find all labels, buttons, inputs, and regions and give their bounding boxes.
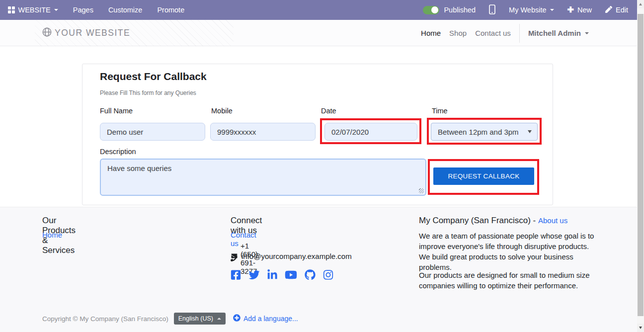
pencil-icon xyxy=(605,6,612,14)
email-address: info@yourcompany.example.com xyxy=(242,252,352,260)
form-subtitle: Please Fill This form for any Queries xyxy=(100,89,196,96)
globe-icon xyxy=(42,27,52,39)
company-name: My Company (San Francisco) xyxy=(419,216,531,225)
caret-down-icon xyxy=(54,9,58,11)
full-name-input[interactable] xyxy=(100,123,205,141)
copyright-row: Copyright © My Company (San Francisco) E… xyxy=(42,313,298,325)
select-arrow-icon xyxy=(528,130,532,133)
about-paragraph-2: Our products are designed for small to m… xyxy=(419,270,596,291)
mobile-label: Mobile xyxy=(211,107,233,115)
add-language-label: Add a language... xyxy=(243,315,298,323)
website-menu-label: WEBSITE xyxy=(18,6,51,14)
vertical-scrollbar[interactable] xyxy=(637,0,644,332)
date-label: Date xyxy=(321,107,336,115)
website-menu[interactable]: WEBSITE xyxy=(8,6,58,14)
youtube-icon[interactable] xyxy=(285,269,297,282)
mobile-preview-icon[interactable] xyxy=(489,4,495,16)
customize-menu[interactable]: Customize xyxy=(108,6,143,14)
edit-button[interactable]: Edit xyxy=(605,6,628,14)
scroll-up-icon[interactable] xyxy=(637,0,644,8)
plus-icon: ✚ xyxy=(567,6,574,14)
plus-circle-icon xyxy=(233,314,241,323)
add-language-link[interactable]: Add a language... xyxy=(233,314,298,323)
date-input[interactable] xyxy=(324,123,417,141)
full-name-label: Full Name xyxy=(100,107,133,115)
mobile-input[interactable] xyxy=(210,123,316,141)
facebook-icon[interactable] xyxy=(231,269,241,282)
site-logo[interactable]: YOUR WEBSITE xyxy=(42,20,130,46)
twitter-icon[interactable] xyxy=(248,269,260,282)
caret-up-icon xyxy=(217,318,221,320)
language-label: English (US) xyxy=(178,315,213,322)
language-selector[interactable]: English (US) xyxy=(174,313,226,325)
copyright-text: Copyright © My Company (San Francisco) xyxy=(42,315,168,323)
my-website-menu[interactable]: My Website xyxy=(509,6,554,14)
site-footer: Our Products & Services Home Connect wit… xyxy=(0,207,637,332)
website-editor-topbar: WEBSITE Pages Customize Promote Publishe… xyxy=(0,0,637,20)
about-us-link[interactable]: About us xyxy=(538,216,567,225)
footer-home-link[interactable]: Home xyxy=(42,231,62,239)
scroll-down-icon[interactable] xyxy=(637,324,644,332)
scrollbar-thumb[interactable] xyxy=(638,14,644,316)
resize-grip-icon[interactable] xyxy=(419,188,424,193)
email-line: info@yourcompany.example.com xyxy=(231,252,352,260)
user-menu[interactable]: Mitchell Admin xyxy=(528,29,589,37)
description-label: Description xyxy=(100,148,136,156)
about-heading-line: My Company (San Francisco) - About us xyxy=(419,216,567,226)
publish-toggle[interactable] xyxy=(423,6,439,14)
time-select-value: Between 12pm and 3pm xyxy=(438,128,519,136)
site-nav: Home Shop Contact us Mitchell Admin xyxy=(421,20,589,46)
user-menu-label: Mitchell Admin xyxy=(528,29,581,37)
site-header: YOUR WEBSITE Home Shop Contact us Mitche… xyxy=(0,20,637,46)
published-label: Published xyxy=(444,6,476,14)
time-label: Time xyxy=(432,107,448,115)
instagram-icon[interactable] xyxy=(323,269,333,282)
grid-icon xyxy=(8,6,15,13)
time-select[interactable]: Between 12pm and 3pm xyxy=(431,123,538,141)
github-icon[interactable] xyxy=(305,269,316,282)
request-callback-button[interactable]: REQUEST CALLBACK xyxy=(433,167,534,185)
nav-home[interactable]: Home xyxy=(421,29,441,37)
pages-menu[interactable]: Pages xyxy=(73,6,93,14)
linkedin-icon[interactable] xyxy=(267,269,277,282)
form-title: Request For Callback xyxy=(100,71,207,83)
caret-down-icon xyxy=(585,32,589,34)
caret-down-icon xyxy=(550,9,554,11)
callback-form-card: Request For Callback Please Fill This fo… xyxy=(82,64,553,205)
nav-separator xyxy=(519,24,520,43)
publish-group: Published xyxy=(423,6,476,14)
description-textarea[interactable]: Have some queries xyxy=(100,159,426,196)
nav-shop[interactable]: Shop xyxy=(449,29,467,37)
promote-menu[interactable]: Promote xyxy=(157,6,184,14)
social-icons-row xyxy=(231,269,333,282)
envelope-icon xyxy=(231,252,238,260)
logo-text: YOUR WEBSITE xyxy=(55,28,130,38)
nav-contact-us[interactable]: Contact us xyxy=(475,29,511,37)
about-paragraph-1: We are a team of passionate people whose… xyxy=(419,231,596,272)
new-button[interactable]: ✚ New xyxy=(567,6,592,14)
